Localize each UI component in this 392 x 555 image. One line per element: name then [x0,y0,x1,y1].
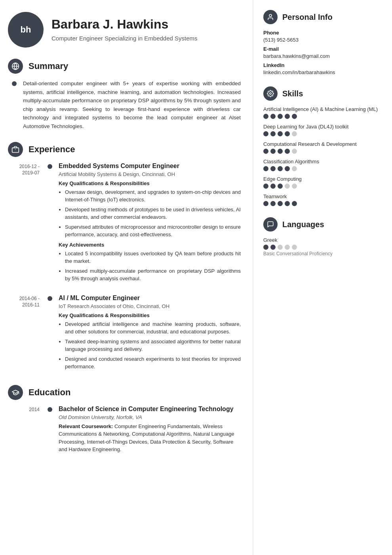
job-title-1: Embedded Systems Computer Engineer [59,163,241,170]
svg-point-5 [270,93,272,95]
skill-item: Teamwork [263,193,382,206]
skill-name: Deep Learning for Java (DL4J) toolkit [263,124,382,130]
skill-dot-filled [263,184,268,189]
list-item: Developed artificial intelligence and ma… [65,320,241,336]
job-qualifications-1: Oversaw design, development, and upgrade… [59,188,241,239]
skills-icon [263,86,278,101]
summary-text: Detail-oriented computer engineer with 5… [23,79,241,131]
job-item-1: 2016-12 -2019-07 Embedded Systems Comput… [12,163,241,286]
list-item: Increased multiply-accumulate performanc… [65,267,241,283]
languages-section: Languages GreekBasic Conversational Prof… [263,217,382,256]
skill-dots [263,166,382,171]
skill-dot-filled [285,131,290,136]
edu-content-1: Bachelor of Science in Computer Engineer… [59,406,241,454]
lang-dot-empty [278,245,283,250]
email-label: E-mail [263,46,382,52]
job-content-1: Embedded Systems Computer Engineer Artif… [59,163,241,286]
skill-dots [263,131,382,136]
personal-info-title-row: Personal Info [263,10,382,24]
skill-dot-filled [263,149,268,154]
skill-dot-filled [270,166,276,171]
skill-dot-empty [292,166,297,171]
skill-dots [263,184,382,189]
svg-point-4 [269,14,272,17]
skill-dots [263,114,382,119]
skill-item: Classification Algorithms [263,159,382,171]
skill-dot-filled [263,166,268,171]
job-item-2: 2014-06 -2016-11 AI / ML Computer Engine… [12,295,241,374]
job-qual-title-2: Key Qualifications & Responsibilities [59,312,241,318]
job-title-2: AI / ML Computer Engineer [59,295,241,302]
skill-dot-filled [285,114,290,119]
header-info: Barbara J. Hawkins Computer Engineer Spe… [51,17,198,42]
summary-title-row: Summary [8,59,241,74]
skill-dot-empty [285,184,290,189]
left-column: bh Barbara J. Hawkins Computer Engineer … [0,0,253,555]
job-content-2: AI / ML Computer Engineer IoT Research A… [59,295,241,374]
personal-info-section: Personal Info Phone (513) 952-5653 E-mai… [263,10,382,75]
candidate-name: Barbara J. Hawkins [51,17,198,32]
education-icon [8,385,23,400]
skill-dots [263,201,382,206]
lang-dot-filled [263,245,268,250]
skill-item: Artificial Intelligence (AI) & Machine L… [263,106,382,119]
job-org-1: Artificial Mobility Systems & Design, Ci… [59,171,241,177]
lang-dot-filled [270,245,276,250]
skill-item: Edge Computing [263,176,382,189]
phone-value: (513) 952-5653 [263,37,382,43]
skill-item: Computational Research & Development [263,141,382,154]
edu-degree-1: Bachelor of Science in Computer Engineer… [59,406,241,413]
avatar-initials: bh [21,25,31,35]
list-item: Oversaw design, development, and upgrade… [65,188,241,204]
skill-name: Teamwork [263,193,382,199]
skill-dot-filled [285,166,290,171]
languages-title-row: Languages [263,217,382,232]
skill-name: Classification Algorithms [263,159,382,165]
language-dots [263,245,382,250]
avatar: bh [8,12,44,48]
language-name: Greek [263,237,382,243]
linkedin-value: linkedin.com/in/barbarahawkins [263,69,382,75]
skills-title-row: Skills [263,86,382,101]
languages-list: GreekBasic Conversational Proficiency [263,237,382,256]
list-item: Designed and conducted research experime… [65,355,241,371]
skill-dot-filled [278,201,283,206]
experience-section: Experience 2016-12 -2019-07 Embedded Sys… [8,142,241,374]
skill-dot-filled [263,114,268,119]
svg-rect-2 [12,147,19,152]
job-dates-1: 2016-12 -2019-07 [12,163,48,286]
summary-section: Summary Detail-oriented computer enginee… [8,59,241,131]
education-title: Education [29,387,70,398]
skill-dot-filled [270,184,276,189]
skill-dot-filled [278,114,283,119]
personal-info-icon [263,10,278,24]
job-dot-1 [48,164,52,169]
skill-dot-empty [292,149,297,154]
summary-content-row: Detail-oriented computer engineer with 5… [8,79,241,131]
personal-info-title: Personal Info [282,13,333,22]
list-item: Supervised attributes of microprocessor … [65,223,241,239]
languages-title: Languages [282,220,324,229]
language-item: GreekBasic Conversational Proficiency [263,237,382,256]
skill-dot-filled [285,201,290,206]
summary-icon [8,59,23,74]
edu-item-1: 2014 Bachelor of Science in Computer Eng… [12,406,241,454]
right-column: Personal Info Phone (513) 952-5653 E-mai… [253,0,392,555]
skills-title: Skills [282,89,303,98]
skill-dot-filled [285,149,290,154]
skill-dot-filled [263,201,268,206]
skill-dot-filled [270,114,276,119]
skill-dot-filled [270,149,276,154]
email-value: barbara.hawkins@gmail.com [263,53,382,59]
edu-dot-1 [48,407,52,412]
job-dot-2 [48,296,52,301]
languages-icon [263,217,278,232]
job-org-2: IoT Research Associates of Ohio, Cincinn… [59,303,241,309]
experience-timeline: 2016-12 -2019-07 Embedded Systems Comput… [8,163,241,374]
experience-title-row: Experience [8,142,241,157]
resume-container: bh Barbara J. Hawkins Computer Engineer … [0,0,392,555]
education-section: Education 2014 Bachelor of Science in Co… [8,385,241,454]
skill-dot-filled [270,131,276,136]
summary-dot [12,81,17,86]
skill-dot-filled [292,114,297,119]
